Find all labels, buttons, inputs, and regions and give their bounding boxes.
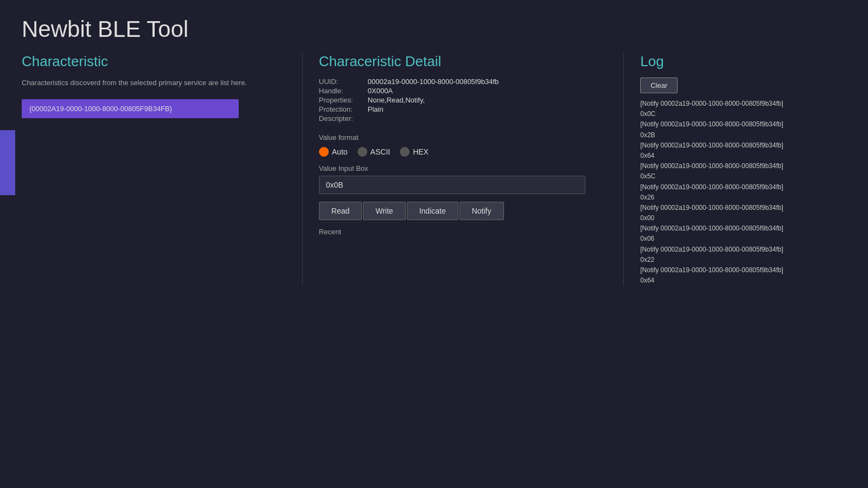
protection-label: Protection: [319, 105, 368, 113]
characteristic-panel-title: Characteristic [22, 53, 264, 70]
detail-descripter-row: Descripter: [319, 114, 585, 123]
indicate-button[interactable]: Indicate [407, 202, 458, 220]
properties-value: None,Read,Notify, [368, 96, 425, 104]
log-notify-text: [Notify 00002a19-0000-1000-8000-00805f9b… [640, 224, 783, 232]
notify-button[interactable]: Notify [459, 202, 504, 220]
detail-uuid-row: UUID: 00002a19-0000-1000-8000-00805f9b34… [319, 78, 585, 86]
sidebar-accent [0, 130, 15, 195]
detail-panel-title: Characeristic Detail [319, 53, 585, 70]
log-value-text: 0x26 [640, 192, 846, 203]
log-value-text: 0x64 [640, 275, 846, 286]
radio-group: Auto ASCII HEX [319, 147, 585, 157]
log-entry: [Notify 00002a19-0000-1000-8000-00805f9b… [640, 203, 846, 223]
action-button-row: Read Write Indicate Notify [319, 202, 585, 220]
log-notify-text: [Notify 00002a19-0000-1000-8000-00805f9b… [640, 204, 783, 211]
radio-ascii[interactable]: ASCII [358, 147, 391, 157]
log-panel-title: Log [640, 53, 846, 70]
detail-properties-row: Properties: None,Read,Notify, [319, 96, 585, 104]
read-button[interactable]: Read [319, 202, 362, 220]
characteristic-item[interactable]: {00002A19-0000-1000-8000-00805F9B34FB} [22, 99, 239, 118]
log-notify-text: [Notify 00002a19-0000-1000-8000-00805f9b… [640, 183, 783, 191]
descripter-label: Descripter: [319, 114, 368, 123]
radio-auto-circle [319, 147, 329, 157]
log-notify-text: [Notify 00002a19-0000-1000-8000-00805f9b… [640, 246, 783, 253]
handle-label: Handle: [319, 87, 368, 95]
value-format-section: Value format Auto ASCII HEX Value Input … [319, 133, 585, 236]
value-format-label: Value format [319, 133, 585, 142]
handle-value: 0X000A [368, 87, 393, 95]
radio-auto[interactable]: Auto [319, 147, 348, 157]
log-value-text: 0x22 [640, 255, 846, 265]
uuid-value: 00002a19-0000-1000-8000-00805f9b34fb [368, 78, 499, 86]
radio-ascii-circle [358, 147, 367, 157]
log-entry: [Notify 00002a19-0000-1000-8000-00805f9b… [640, 223, 846, 244]
log-entry: [Notify 00002a19-0000-1000-8000-00805f9b… [640, 245, 846, 265]
log-entry: [Notify 00002a19-0000-1000-8000-00805f9b… [640, 119, 846, 140]
log-entry: [Notify 00002a19-0000-1000-8000-00805f9b… [640, 99, 846, 119]
log-entry: [Notify 00002a19-0000-1000-8000-00805f9b… [640, 182, 846, 203]
log-value-text: 0x00 [640, 213, 846, 223]
radio-hex-label: HEX [413, 147, 429, 156]
log-entry: [Notify 00002a19-0000-1000-8000-00805f9b… [640, 265, 846, 286]
log-entries: [Notify 00002a19-0000-1000-8000-00805f9b… [640, 99, 846, 286]
value-input[interactable] [319, 176, 585, 194]
radio-auto-label: Auto [332, 147, 348, 156]
log-panel: Log Clear [Notify 00002a19-0000-1000-800… [640, 53, 846, 286]
radio-hex-circle [400, 147, 410, 157]
log-value-text: 0x2B [640, 130, 846, 140]
recent-label: Recent [319, 228, 585, 236]
uuid-label: UUID: [319, 78, 368, 86]
log-value-text: 0x5C [640, 171, 846, 182]
panel-divider-1 [302, 53, 303, 286]
log-entry: [Notify 00002a19-0000-1000-8000-00805f9b… [640, 140, 846, 161]
write-button[interactable]: Write [363, 202, 405, 220]
clear-log-button[interactable]: Clear [640, 78, 678, 93]
radio-ascii-label: ASCII [371, 147, 391, 156]
characteristic-panel: Characteristic Characteristics discoverd… [22, 53, 286, 286]
log-notify-text: [Notify 00002a19-0000-1000-8000-00805f9b… [640, 100, 783, 107]
log-value-text: 0x64 [640, 151, 846, 161]
log-value-text: 0x0C [640, 109, 846, 119]
value-input-label: Value Input Box [319, 164, 585, 172]
detail-panel: Characeristic Detail UUID: 00002a19-0000… [319, 53, 607, 286]
log-notify-text: [Notify 00002a19-0000-1000-8000-00805f9b… [640, 162, 783, 170]
properties-label: Properties: [319, 96, 368, 104]
app-title: Newbit BLE Tool [0, 0, 868, 53]
detail-handle-row: Handle: 0X000A [319, 87, 585, 95]
protection-value: Plain [368, 105, 384, 113]
characteristic-panel-subtitle: Characteristics discoverd from the selec… [22, 78, 264, 88]
detail-protection-row: Protection: Plain [319, 105, 585, 113]
panel-divider-2 [623, 53, 624, 286]
log-notify-text: [Notify 00002a19-0000-1000-8000-00805f9b… [640, 142, 783, 149]
log-notify-text: [Notify 00002a19-0000-1000-8000-00805f9b… [640, 266, 783, 274]
log-value-text: 0x06 [640, 234, 846, 244]
radio-hex[interactable]: HEX [400, 147, 429, 157]
log-entry: [Notify 00002a19-0000-1000-8000-00805f9b… [640, 161, 846, 182]
log-notify-text: [Notify 00002a19-0000-1000-8000-00805f9b… [640, 120, 783, 128]
